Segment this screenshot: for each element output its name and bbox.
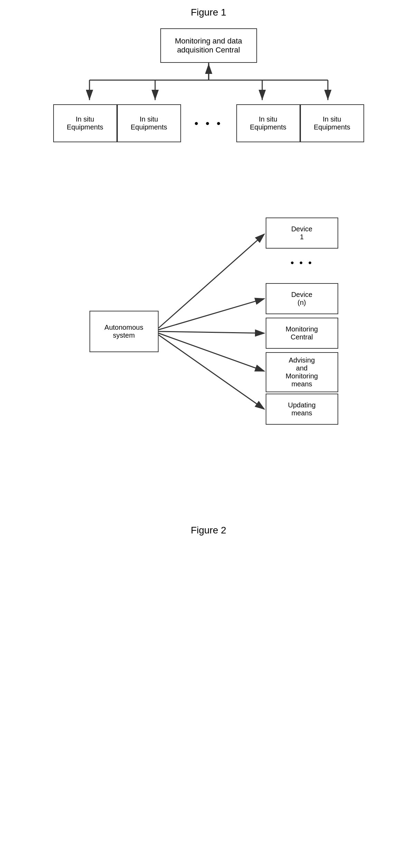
figure2-container: Autonomoussystem Device1 • • • Device(n)…: [0, 207, 417, 536]
svg-line-14: [159, 335, 264, 409]
figure1-title: Figure 1: [191, 7, 226, 18]
svg-line-12: [159, 331, 264, 333]
fig1-ellipsis: • • •: [181, 104, 236, 142]
figure2-diagram: Autonomoussystem Device1 • • • Device(n)…: [79, 207, 338, 518]
figure1-container: Figure 1 Monitoring and data adquisition…: [0, 7, 417, 142]
figure2-title: Figure 2: [191, 525, 226, 536]
svg-line-13: [159, 333, 264, 371]
page: Figure 1 Monitoring and data adquisition…: [0, 0, 417, 868]
fig1-bottom-box-3: In situEquipments: [236, 104, 300, 142]
fig1-bottom-box-1: In situEquipments: [53, 104, 117, 142]
fig1-arrows-svg: [53, 63, 364, 104]
fig1-top-box: Monitoring and data adquisition Central: [160, 28, 257, 63]
fig1-bottom-box-4: In situEquipments: [300, 104, 364, 142]
fig2-arrows-svg: [79, 207, 338, 518]
fig1-bottom-box-2: In situEquipments: [117, 104, 181, 142]
